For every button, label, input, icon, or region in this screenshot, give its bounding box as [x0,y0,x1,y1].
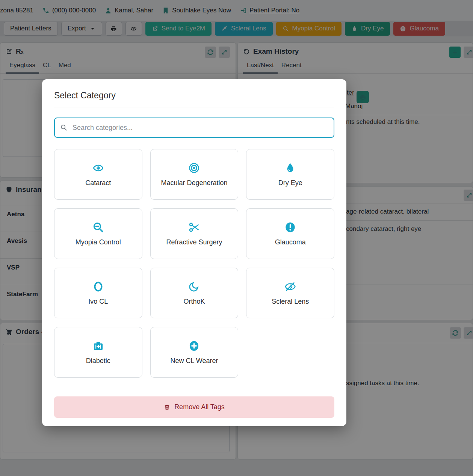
category-card[interactable]: Macular Degeneration [150,149,239,200]
trash-icon [164,404,170,410]
category-card[interactable]: Diabetic [54,327,142,378]
medkit-icon [92,340,104,352]
category-grid: Cataract Macular Degeneration Dry Eye My… [54,149,334,378]
category-card[interactable]: OrthoK [150,268,239,318]
plus-circle-icon [188,340,200,352]
ring-icon [92,281,104,292]
category-search [54,117,334,138]
low-vision-icon [284,281,296,292]
search-minus-icon [92,221,104,233]
eye-icon [92,162,104,174]
select-category-modal: Select Category Cataract Macular Degener… [42,79,346,426]
category-card[interactable]: Myopia Control [54,208,142,259]
remove-all-tags-label: Remove All Tags [174,403,225,411]
category-card[interactable]: Ivo CL [54,268,142,318]
moon-icon [188,281,200,292]
category-card[interactable]: Glaucoma [246,208,334,259]
category-card[interactable]: Refractive Surgery [150,208,239,259]
category-card[interactable]: Cataract [54,149,142,200]
divider [54,388,334,388]
category-search-input[interactable] [54,117,334,138]
search-icon [60,124,67,131]
droplet-icon [284,162,296,174]
remove-all-tags-button[interactable]: Remove All Tags [54,396,334,418]
category-card[interactable]: Dry Eye [246,149,334,200]
scissors-icon [188,221,200,233]
category-card[interactable]: New CL Wearer [150,327,239,378]
exclamation-circle-icon [284,221,296,233]
category-card[interactable]: Scleral Lens [246,268,334,318]
bullseye-icon [188,162,200,174]
divider [54,107,334,107]
modal-title: Select Category [54,90,334,101]
